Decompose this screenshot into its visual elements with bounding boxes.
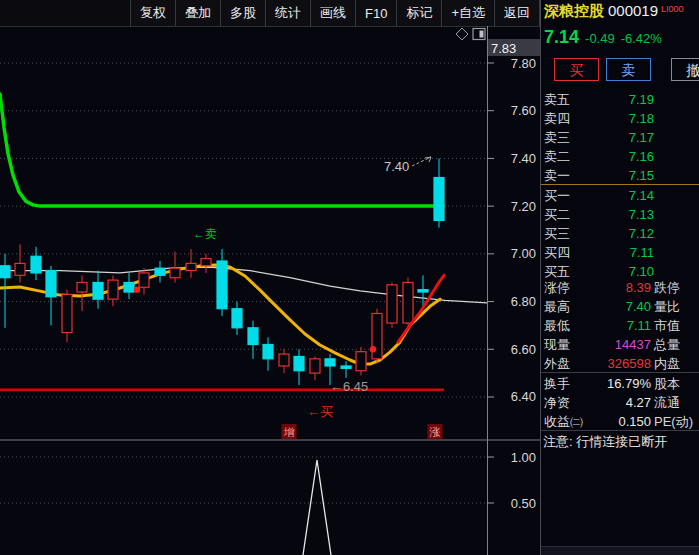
level-price[interactable]: 7.19 [541,90,654,109]
stat-label-2: 总量 [654,335,680,354]
ask-levels: 卖五7.19卖四7.18卖三7.17卖二7.16卖一7.15 [541,90,699,185]
level-price[interactable]: 7.13 [541,205,654,224]
stat-value: 0.150 [541,412,651,431]
stat-value: 7.40 [541,297,651,316]
stat-label-2: 流通 [654,393,680,412]
candles [0,158,444,385]
ask-row[interactable]: 卖二7.16 [541,147,699,166]
toolbar-button-8[interactable]: 返回 [494,0,540,26]
level-price[interactable]: 7.15 [541,166,654,185]
bid-row[interactable]: 买三7.12 [541,224,699,243]
cursor-price-label: 7.83 [491,41,516,56]
axis-tick-label: 6.40 [511,389,536,404]
trading-app: 复权叠加多股统计画线F10标记+自选返回 ←卖7.40←6.45←买增涨7.80… [0,0,699,555]
quote-panel: 深粮控股000019LI000 7.14-0.49-6.42% 买 卖 撤 卖五… [540,0,699,555]
stat-value: 8.39 [541,278,651,297]
toolbar-button-5[interactable]: F10 [355,0,396,26]
stat-row: 外盘326598内盘 [541,354,699,373]
stat-value: 16.79% [541,374,651,393]
ask-row[interactable]: 卖四7.18 [541,109,699,128]
panel-bottom-strip [541,546,699,555]
stat-row: 现量14437总量 [541,335,699,354]
toolbar-button-4[interactable]: 画线 [310,0,355,26]
level-price[interactable]: 7.16 [541,147,654,166]
level-price[interactable]: 7.14 [541,186,654,205]
axis-tick-label: 1.00 [511,450,536,465]
bid-row[interactable]: 买二7.13 [541,205,699,224]
sell-button[interactable]: 卖 [606,58,651,81]
stats-block-2: 换手16.79%股本净资4.27流通收益㈡0.150PE(动) [541,374,699,431]
stat-value: 7.11 [541,316,651,335]
stat-row: 净资4.27流通 [541,393,699,412]
annotation-low-label: ←6.45 [330,379,368,394]
stock-header: 深粮控股000019LI000 [544,2,684,21]
annotation-sell-signal: ←卖 [193,227,217,241]
stat-label-2: 量比 [654,297,680,316]
stat-row: 涨停8.39跌停 [541,278,699,297]
toolbar-button-3[interactable]: 统计 [265,0,310,26]
ma-line-white [0,267,487,303]
axis-tick-label: 7.80 [511,56,536,71]
stock-name: 深粮控股 [544,2,604,19]
toolbar-button-1[interactable]: 叠加 [175,0,220,26]
divider [541,372,699,373]
last-price: 7.14 [544,27,579,47]
stats-block-1: 涨停8.39跌停最高7.40量比最低7.11市值现量14437总量外盘32659… [541,278,699,373]
ask-row[interactable]: 卖三7.17 [541,128,699,147]
annotation-buy-signal: ←买 [307,404,333,419]
diamond-icon[interactable] [456,28,468,40]
axis-tick-label: 7.00 [511,246,536,261]
stat-row: 换手16.79%股本 [541,374,699,393]
axis-tick-label: 7.20 [511,199,536,214]
chart-canvas: ←卖7.40←6.45←买增涨7.807.607.407.207.006.806… [0,26,540,555]
price-change: -0.49 [585,31,615,46]
axis-tick-label: 6.80 [511,294,536,309]
level-price[interactable]: 7.12 [541,224,654,243]
stat-value: 326598 [541,354,651,373]
price-change-pct: -6.42% [621,31,662,46]
stock-code: 000019 [608,2,658,19]
stat-row: 最高7.40量比 [541,297,699,316]
toolbar-button-7[interactable]: +自选 [441,0,494,26]
toolbar-button-0[interactable]: 复权 [130,0,175,26]
axis-tick-label: 6.60 [511,342,536,357]
ask-row[interactable]: 卖一7.15 [541,166,699,185]
gridlines [0,63,487,503]
annotation-high-label: 7.40 [384,159,409,174]
level-price[interactable]: 7.11 [541,243,654,262]
stat-label-2: 跌停 [654,278,680,297]
orderbook-divider [541,184,699,185]
bid-levels: 买一7.14买二7.13买三7.12买四7.11买五7.10 [541,186,699,281]
axis-tick-label: 7.40 [511,151,536,166]
bid-row[interactable]: 买一7.14 [541,186,699,205]
stat-row: 最低7.11市值 [541,316,699,335]
divider [541,430,699,431]
stat-label-2: 股本 [654,374,680,393]
axis-tick-label: 7.60 [511,103,536,118]
top-toolbar: 复权叠加多股统计画线F10标记+自选返回 [0,0,540,27]
level-price[interactable]: 7.18 [541,109,654,128]
price-row: 7.14-0.49-6.42% [544,27,662,48]
stat-value: 14437 [541,335,651,354]
chart-tool-icons [456,28,485,40]
stat-label-2: 市值 [654,316,680,335]
stat-row: 收益㈡0.150PE(动) [541,412,699,431]
bid-row[interactable]: 买四7.11 [541,243,699,262]
level-price[interactable]: 7.17 [541,128,654,147]
stock-tag: LI000 [661,4,684,14]
cancel-order-button[interactable]: 撤 [671,58,699,81]
stat-label-2: 内盘 [654,354,680,373]
connection-notice: 注意: 行情连接已断开 [543,433,667,451]
stat-label-2: PE(动) [654,412,693,431]
price-axis: 7.807.607.407.207.006.806.606.401.000.50… [487,26,540,555]
marker-增: 增 [284,426,295,438]
marker-涨: 涨 [430,426,441,438]
ask-row[interactable]: 卖五7.19 [541,90,699,109]
axis-tick-label: 0.50 [511,496,536,511]
candlestick-chart[interactable]: ←卖7.40←6.45←买增涨7.807.607.407.207.006.806… [0,26,540,555]
buy-button[interactable]: 买 [554,58,599,81]
toolbar-button-2[interactable]: 多股 [220,0,265,26]
trade-buttons: 买 卖 撤 [541,58,699,84]
toolbar-button-6[interactable]: 标记 [396,0,441,26]
stat-value: 4.27 [541,393,651,412]
